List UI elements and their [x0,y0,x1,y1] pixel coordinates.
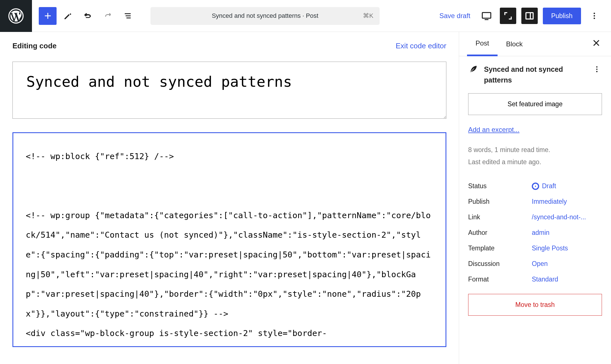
svg-rect-2 [526,13,533,19]
settings-sidebar: Post Block Synced and not synced pattern… [459,32,611,364]
kebab-icon [590,12,599,20]
post-actions-button[interactable] [592,64,602,75]
redo-button[interactable] [99,7,117,25]
add-block-button[interactable] [39,7,57,25]
template-label: Template [468,244,532,252]
pencil-icon [63,11,73,21]
author-row[interactable]: Author admin [468,225,602,240]
document-bar[interactable]: Synced and not synced patterns · Post ⌘K [150,7,380,25]
editing-code-label: Editing code [12,42,57,50]
view-button[interactable] [478,8,495,24]
discussion-value[interactable]: Open [532,260,548,268]
topbar-right: Save draft Publish [439,8,611,24]
status-dot-icon [532,183,539,190]
settings-sidebar-button[interactable] [521,8,538,24]
kebab-icon [593,65,601,73]
author-label: Author [468,229,532,237]
tab-block[interactable]: Block [498,33,531,55]
svg-point-8 [596,66,598,68]
zoom-out-button[interactable] [500,8,516,24]
options-button[interactable] [586,8,603,24]
sidebar-post-title: Synced and not synced patterns [484,64,586,85]
main: Editing code Exit code editor Post Block… [0,32,611,364]
discussion-label: Discussion [468,260,532,268]
svg-point-4 [594,13,595,14]
set-featured-image-button[interactable]: Set featured image [468,93,602,115]
move-to-trash-button[interactable]: Move to trash [468,294,602,316]
svg-point-9 [596,69,598,70]
publish-row[interactable]: Publish Immediately [468,194,602,209]
edit-button[interactable] [59,7,77,25]
close-sidebar-button[interactable] [590,36,603,52]
tab-post[interactable]: Post [467,32,498,56]
wordpress-logo[interactable] [0,0,32,32]
word-count-text: 8 words, 1 minute read time. [468,144,602,155]
post-title-input[interactable] [12,62,446,119]
svg-point-10 [596,71,598,72]
publish-label: Publish [468,198,532,205]
close-icon [592,38,601,47]
document-overview-button[interactable] [119,7,137,25]
wordpress-icon [8,8,24,24]
format-value[interactable]: Standard [532,276,558,283]
status-label: Status [468,182,532,190]
status-value[interactable]: Draft [532,182,556,190]
plus-icon [43,11,53,21]
expand-icon [503,11,513,21]
format-label: Format [468,276,532,283]
post-code-textarea[interactable] [12,132,446,347]
publish-button[interactable]: Publish [543,8,581,24]
desktop-icon [481,10,492,21]
post-type-icon [468,64,478,75]
link-label: Link [468,213,532,221]
svg-point-5 [594,15,595,17]
link-value[interactable]: /synced-and-not-... [532,213,586,221]
status-row[interactable]: Status Draft [468,178,602,194]
exit-code-editor-button[interactable]: Exit code editor [396,42,446,50]
save-draft-button[interactable]: Save draft [439,12,470,20]
format-row[interactable]: Format Standard [468,272,602,287]
document-bar-title: Synced and not synced patterns · Post [212,12,319,20]
last-edited-text: Last edited a minute ago. [468,157,602,168]
feather-icon [468,64,478,74]
keyboard-shortcut: ⌘K [363,12,373,20]
meta-block: 8 words, 1 minute read time. Last edited… [468,144,602,168]
undo-button[interactable] [79,7,97,25]
discussion-row[interactable]: Discussion Open [468,256,602,272]
link-row[interactable]: Link /synced-and-not-... [468,209,602,225]
sidebar-tabs: Post Block [459,32,611,56]
topbar: Synced and not synced patterns · Post ⌘K… [0,0,611,32]
editor-header: Editing code Exit code editor [12,42,446,50]
template-value[interactable]: Single Posts [532,244,568,252]
editor-area: Editing code Exit code editor [0,32,459,364]
list-icon [123,11,133,21]
redo-icon [103,11,113,21]
template-row[interactable]: Template Single Posts [468,240,602,256]
author-value[interactable]: admin [532,229,550,237]
topbar-controls: Synced and not synced patterns · Post ⌘K [32,7,439,25]
post-header: Synced and not synced patterns [468,64,602,85]
sidebar-content: Synced and not synced patterns Set featu… [459,56,611,324]
svg-point-6 [594,18,595,19]
svg-rect-1 [482,12,491,18]
undo-icon [83,11,93,21]
sidebar-icon [525,11,534,21]
add-excerpt-link[interactable]: Add an excerpt... [468,126,519,134]
publish-value[interactable]: Immediately [532,198,567,205]
